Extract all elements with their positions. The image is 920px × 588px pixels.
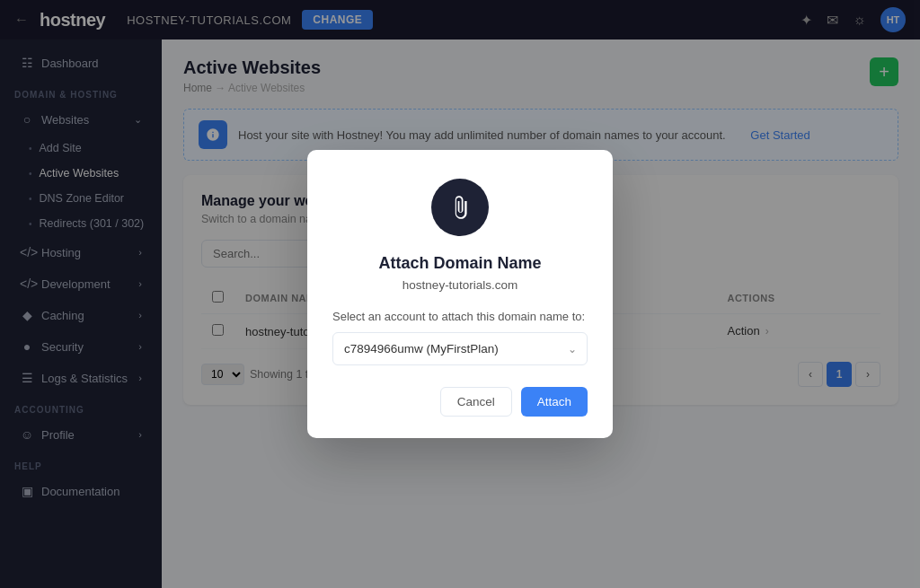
modal-title: Attach Domain Name (332, 254, 588, 273)
modal-select-wrap: c7894966umw (MyFirstPlan) ⌄ (332, 332, 588, 365)
modal-overlay: Attach Domain Name hostney-tutorials.com… (0, 0, 920, 588)
attach-domain-modal: Attach Domain Name hostney-tutorials.com… (307, 150, 613, 438)
cancel-button[interactable]: Cancel (440, 387, 512, 417)
attach-button[interactable]: Attach (521, 387, 588, 417)
modal-label: Select an account to attach this domain … (332, 310, 588, 323)
account-select[interactable]: c7894966umw (MyFirstPlan) (332, 332, 588, 365)
paperclip-icon (447, 195, 473, 220)
modal-icon (431, 179, 489, 236)
modal-actions: Cancel Attach (332, 387, 588, 417)
modal-domain: hostney-tutorials.com (332, 278, 588, 292)
